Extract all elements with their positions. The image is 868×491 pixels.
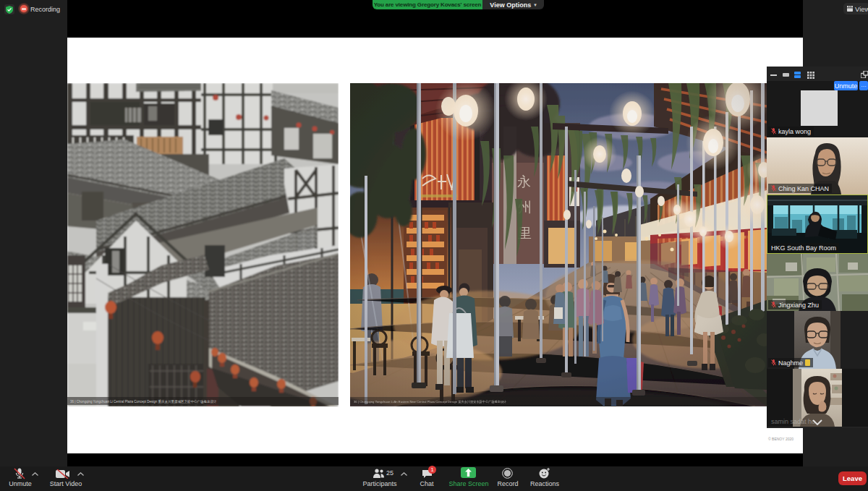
svg-text:36 | Chongqing Yongchuan Li Ce: 36 | Chongqing Yongchuan Li Central Plaz… — [70, 399, 217, 404]
